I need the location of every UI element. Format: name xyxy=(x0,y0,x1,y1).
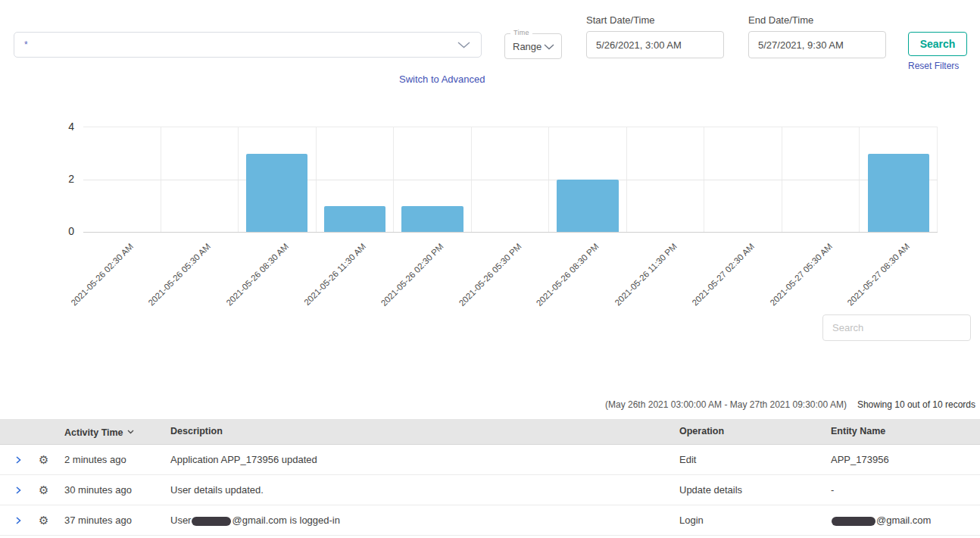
row-expand-icon[interactable] xyxy=(15,505,21,535)
reset-filters-link[interactable]: Reset Filters xyxy=(908,61,959,71)
row-description: Application APP_173956 updated xyxy=(170,445,317,474)
row-entity-name: @gmail.com xyxy=(831,505,931,535)
chart-column xyxy=(239,127,317,232)
y-axis-tick-label: 4 xyxy=(53,120,74,133)
row-description: User details updated. xyxy=(170,475,264,505)
chart-plot xyxy=(83,127,938,233)
row-operation: Update details xyxy=(679,475,742,505)
row-operation: Login xyxy=(679,505,704,535)
table-header: Activity Time Description Operation Enti… xyxy=(0,419,980,445)
entity-filter-value: * xyxy=(24,39,28,50)
x-axis-label: 2021-05-26 02:30 AM xyxy=(69,242,135,308)
column-label: Activity Time xyxy=(64,427,123,438)
time-select-value: Range xyxy=(513,41,541,52)
switch-to-advanced-link[interactable]: Switch to Advanced xyxy=(399,74,485,85)
redacted-text xyxy=(192,517,231,526)
x-axis-label: 2021-05-26 02:30 PM xyxy=(379,242,445,308)
y-axis-tick-label: 0 xyxy=(53,224,74,238)
table-row: ⚙2 minutes agoApplication APP_173956 upd… xyxy=(0,445,980,475)
row-activity-time: 30 minutes ago xyxy=(64,475,132,505)
row-entity-name: APP_173956 xyxy=(831,445,889,474)
row-expand-icon[interactable] xyxy=(15,475,21,505)
row-settings-gear-icon[interactable]: ⚙ xyxy=(39,445,48,474)
chart-bar[interactable] xyxy=(868,154,929,233)
date-range-summary: (May 26th 2021 03:00:00 AM - May 27th 20… xyxy=(605,399,847,410)
x-axis-label: 2021-05-26 08:30 AM xyxy=(224,242,290,308)
chart-x-labels: 2021-05-26 02:30 AM2021-05-26 05:30 AM20… xyxy=(0,231,980,314)
end-datetime-label: End Date/Time xyxy=(748,14,813,26)
chart-bar[interactable] xyxy=(246,154,307,233)
column-header-entity-name: Entity Name xyxy=(831,419,885,444)
x-axis-label: 2021-05-27 05:30 AM xyxy=(768,242,834,308)
chart-bar[interactable] xyxy=(324,206,385,233)
x-axis-label: 2021-05-27 02:30 AM xyxy=(690,242,756,308)
time-range-select[interactable]: Time Range xyxy=(504,33,562,59)
chevron-down-icon xyxy=(544,39,554,53)
row-entity-name: - xyxy=(831,475,834,505)
column-header-description: Description xyxy=(170,419,223,444)
row-settings-gear-icon[interactable]: ⚙ xyxy=(39,475,48,505)
row-activity-time: 37 minutes ago xyxy=(64,505,132,535)
table-row: ⚙30 minutes agoUser details updated.Upda… xyxy=(0,475,980,505)
entity-filter-dropdown[interactable]: * xyxy=(14,32,482,58)
chart-bar[interactable] xyxy=(401,206,463,233)
chevron-down-icon xyxy=(457,38,470,52)
end-datetime-input[interactable] xyxy=(748,31,886,58)
chart-bar[interactable] xyxy=(557,180,618,232)
start-datetime-label: Start Date/Time xyxy=(586,14,655,26)
table-search-input[interactable] xyxy=(822,314,971,341)
x-axis-label: 2021-05-26 11:30 PM xyxy=(613,242,679,308)
results-summary: (May 26th 2021 03:00:00 AM - May 27th 20… xyxy=(605,399,975,410)
chart-column xyxy=(860,127,938,232)
x-axis-label: 2021-05-26 05:30 AM xyxy=(147,242,213,308)
row-description: User@gmail.com is logged-in xyxy=(170,505,340,535)
column-header-activity-time[interactable]: Activity Time xyxy=(64,419,134,446)
row-expand-icon[interactable] xyxy=(15,445,21,474)
y-axis-tick-label: 2 xyxy=(53,172,74,186)
gridline xyxy=(83,180,938,180)
table-row: ⚙37 minutes agoUser@gmail.com is logged-… xyxy=(0,505,980,536)
x-axis-label: 2021-05-26 08:30 PM xyxy=(535,242,601,308)
x-axis-label: 2021-05-27 08:30 AM xyxy=(846,242,912,308)
sort-desc-icon xyxy=(127,426,134,436)
row-settings-gear-icon[interactable]: ⚙ xyxy=(39,505,48,535)
time-select-label: Time xyxy=(510,29,532,36)
search-button[interactable]: Search xyxy=(908,32,967,56)
table-rows: ⚙2 minutes agoApplication APP_173956 upd… xyxy=(0,445,980,536)
start-datetime-input[interactable] xyxy=(586,31,724,58)
record-count: Showing 10 out of 10 records xyxy=(857,399,975,410)
chart-column xyxy=(549,127,627,232)
redacted-text xyxy=(832,517,875,526)
row-activity-time: 2 minutes ago xyxy=(64,445,126,474)
x-axis-label: 2021-05-26 11:30 AM xyxy=(302,242,367,307)
column-header-operation: Operation xyxy=(679,419,724,444)
x-axis-label: 2021-05-26 05:30 PM xyxy=(457,242,523,308)
audit-log-page: * Time Range Start Date/Time End Date/Ti… xyxy=(0,0,980,538)
row-operation: Edit xyxy=(679,445,696,474)
